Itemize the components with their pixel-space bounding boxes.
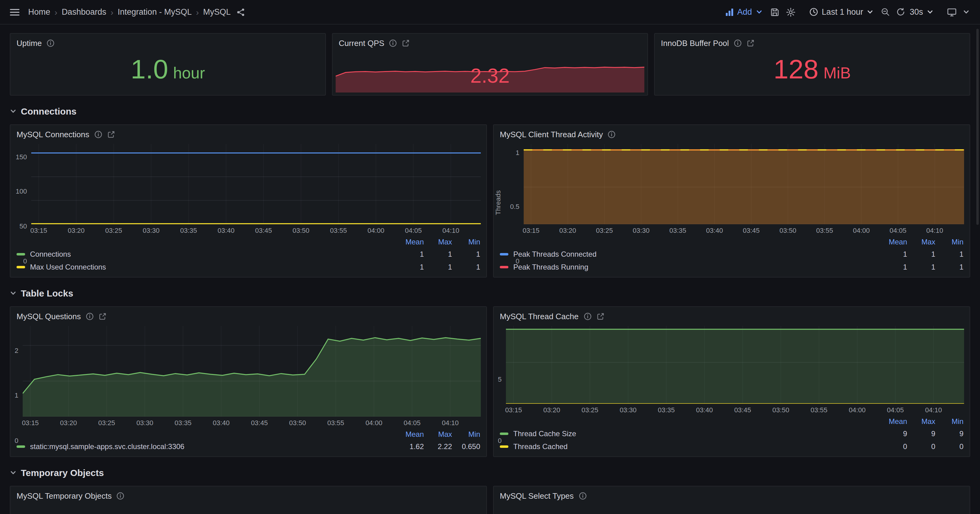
series-label[interactable]: Thread Cache Size	[513, 429, 879, 438]
panel-header[interactable]: MySQL Client Thread Activity	[494, 125, 970, 141]
scrollbar[interactable]	[975, 25, 980, 514]
external-link-icon[interactable]	[107, 130, 115, 138]
add-panel-button[interactable]: Add	[721, 4, 767, 20]
panel-title: Uptime	[16, 38, 41, 48]
panel-title: MySQL Client Thread Activity	[500, 130, 603, 139]
chevron-down-icon	[10, 469, 16, 476]
legend-column-header[interactable]: Mean	[396, 238, 424, 246]
share-button[interactable]	[233, 5, 248, 19]
panel-header[interactable]: Current QPS	[332, 34, 648, 49]
info-icon[interactable]	[46, 39, 54, 47]
breadcrumb-item[interactable]: Integration - MySQL	[118, 7, 192, 16]
zoom-out-time-button[interactable]	[878, 4, 893, 20]
info-icon[interactable]	[117, 492, 125, 500]
legend-column-header[interactable]: Min	[935, 238, 964, 246]
legend: MeanMaxMinPeak Threads Connected111Peak …	[494, 237, 970, 277]
y-axis-label: 50	[10, 223, 27, 230]
refresh-interval-picker[interactable]: 30s	[908, 4, 938, 20]
y-axis-title: Threads	[494, 144, 502, 261]
x-axis-label: 04:00	[849, 406, 865, 414]
y-axis-label: 0.5	[503, 203, 519, 211]
info-icon[interactable]	[389, 39, 397, 47]
panel-header[interactable]: MySQL Connections	[10, 125, 486, 141]
legend-column-header[interactable]: Max	[424, 238, 452, 246]
legend-row: Connections111	[16, 248, 480, 260]
info-icon[interactable]	[579, 492, 587, 500]
x-axis-label: 03:15	[522, 227, 539, 234]
x-axis-label: 04:00	[853, 227, 870, 234]
panel-title: MySQL Connections	[16, 130, 89, 139]
stat-body: 1.0 hour	[10, 49, 325, 95]
panel-header[interactable]: Uptime	[10, 34, 325, 49]
series-label[interactable]: Threads Cached	[513, 442, 879, 450]
breadcrumb-item[interactable]: Dashboards	[62, 7, 106, 16]
legend-column-header[interactable]: Mean	[879, 417, 907, 426]
x-axis-label: 04:10	[442, 227, 460, 234]
info-icon[interactable]	[734, 39, 742, 47]
dashboard-settings-button[interactable]	[783, 4, 799, 20]
timeseries-chart[interactable]: 0503:1503:2003:2503:3003:3503:4003:4503:…	[494, 323, 970, 416]
breadcrumb-item[interactable]: Home	[28, 7, 50, 16]
menu-toggle-button[interactable]	[6, 3, 23, 21]
x-axis-label: 03:40	[218, 227, 235, 234]
legend-column-header[interactable]: Max	[907, 417, 935, 426]
series-label[interactable]: Max Used Connections	[30, 263, 396, 271]
legend-column-header[interactable]: Max	[907, 238, 935, 246]
section-header-temporary-objects[interactable]: Temporary Objects	[10, 466, 970, 479]
section-header-connections[interactable]: Connections	[10, 104, 970, 118]
info-icon[interactable]	[584, 312, 591, 320]
external-link-icon[interactable]	[402, 39, 410, 47]
x-axis-label: 03:20	[543, 406, 560, 414]
legend-column-header[interactable]: Mean	[879, 238, 907, 246]
legend-header: MeanMaxMin	[500, 237, 964, 248]
stat-unit: MiB	[824, 64, 851, 83]
info-icon[interactable]	[86, 312, 94, 320]
plot-area[interactable]	[23, 326, 481, 417]
series-label[interactable]: Peak Threads Running	[513, 263, 879, 271]
x-axis-label: 03:45	[251, 419, 268, 426]
plot-area[interactable]	[31, 144, 481, 224]
timeseries-chart[interactable]: 00.51Threads03:1503:2003:2503:3003:3503:…	[494, 141, 970, 237]
time-range-picker[interactable]: Last 1 hour	[805, 4, 878, 20]
external-link-icon[interactable]	[747, 39, 755, 47]
plot-area[interactable]	[524, 144, 964, 224]
x-axis-label: 04:00	[368, 227, 384, 234]
panel-header[interactable]: MySQL Temporary Objects	[10, 487, 486, 502]
breadcrumb-separator: ›	[196, 7, 199, 17]
y-axis-label: 100	[10, 188, 27, 196]
panel-header[interactable]: MySQL Select Types	[494, 487, 970, 502]
panel-header[interactable]: MySQL Thread Cache	[494, 307, 970, 323]
legend-header: MeanMaxMin	[16, 429, 480, 440]
info-icon[interactable]	[94, 130, 102, 138]
clock-icon	[809, 7, 818, 16]
series-label[interactable]: Connections	[30, 250, 396, 258]
legend-column-header[interactable]: Min	[935, 417, 964, 426]
x-axis-label: 03:20	[60, 419, 77, 426]
external-link-icon[interactable]	[99, 312, 107, 320]
scrollbar-thumb[interactable]	[976, 29, 979, 225]
panel-header[interactable]: InnoDB Buffer Pool	[655, 34, 970, 49]
legend-column-header[interactable]: Mean	[396, 430, 424, 439]
external-link-icon[interactable]	[596, 312, 604, 320]
section-header-table-locks[interactable]: Table Locks	[10, 286, 970, 299]
tv-mode-button[interactable]	[944, 4, 960, 20]
nav-options-button[interactable]	[960, 5, 973, 18]
timeseries-chart[interactable]: 01203:1503:2003:2503:3003:3503:4003:4503…	[10, 323, 486, 429]
info-icon[interactable]	[608, 130, 616, 138]
x-axis: 03:1503:2003:2503:3003:3503:4003:4503:50…	[31, 227, 481, 236]
legend-column-header[interactable]: Min	[452, 430, 480, 439]
panel-current-qps: Current QPS 2.32	[332, 33, 648, 95]
plot-area[interactable]	[506, 326, 964, 404]
x-axis: 03:1503:2003:2503:3003:3503:4003:4503:50…	[23, 419, 481, 428]
legend-column-header[interactable]: Max	[424, 430, 452, 439]
refresh-button[interactable]	[893, 4, 908, 20]
series-label[interactable]: Peak Threads Connected	[513, 250, 879, 258]
table-locks-row: MySQL Questions 01203:1503:2003:2503:300…	[10, 306, 970, 457]
panel-header[interactable]: MySQL Questions	[10, 307, 486, 323]
series-label[interactable]: static:mysql.sample-apps.svc.cluster.loc…	[30, 442, 396, 450]
legend-column-header[interactable]: Min	[452, 238, 480, 246]
timeseries-chart[interactable]: 05010015003:1503:2003:2503:3003:3503:400…	[10, 141, 486, 237]
grafana-dashboard: Home›Dashboards›Integration - MySQL›MySQ…	[0, 0, 980, 514]
panel-mysql-temporary-objects: MySQL Temporary Objects	[10, 486, 487, 514]
save-dashboard-button[interactable]	[767, 4, 783, 20]
